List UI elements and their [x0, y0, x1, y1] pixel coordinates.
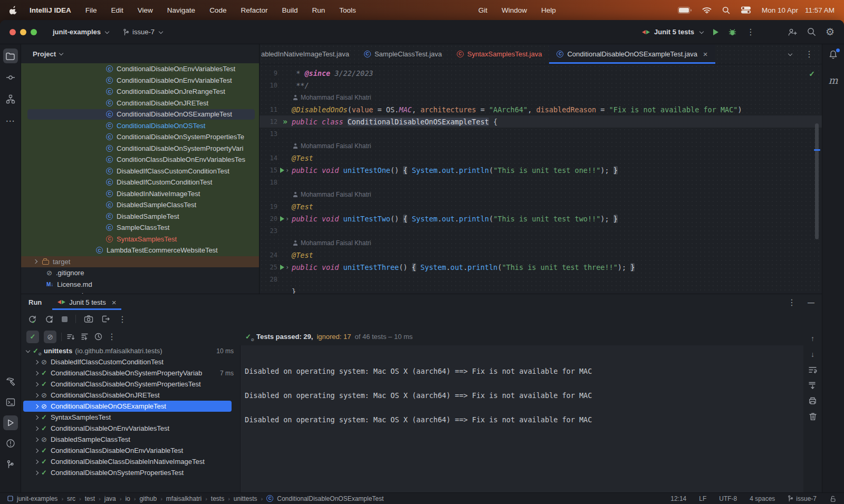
breadcrumb-item[interactable]: test: [85, 495, 95, 502]
menubar-clock[interactable]: Mon 10 Apr 11:57 AM: [762, 6, 835, 14]
chevron-right-icon[interactable]: [33, 259, 37, 264]
chevron-icon[interactable]: [34, 404, 39, 408]
snapshot-icon[interactable]: [84, 315, 93, 323]
code-line[interactable]: 13: [260, 128, 822, 140]
test-tree[interactable]: ✓⊘unittests(io.github.mfaisalkhatri.test…: [21, 345, 240, 492]
version-control-tool-icon[interactable]: [3, 457, 18, 471]
menu-item-view[interactable]: View: [138, 6, 153, 14]
chevron-icon[interactable]: [26, 348, 30, 352]
menu-item-build[interactable]: Build: [282, 6, 298, 14]
scroll-down-icon[interactable]: ↓: [811, 350, 814, 358]
test-tree-item[interactable]: ✓ConditionalDisableOnEnvVariablesTest: [21, 423, 240, 434]
breadcrumb-item[interactable]: tests: [211, 495, 224, 502]
code-line[interactable]: 25›public void unitTestThree() { System.…: [260, 261, 822, 273]
code-editor-area[interactable]: 9 * @since 3/22/202310 **/Mohammad Faisa…: [260, 64, 822, 294]
editor-tab[interactable]: abledInNativeImageTest.java: [260, 44, 357, 64]
menu-item-navigate[interactable]: Navigate: [167, 6, 195, 14]
control-center-icon[interactable]: [741, 6, 751, 14]
history-icon[interactable]: [94, 332, 103, 341]
hide-panel-icon[interactable]: —: [808, 298, 814, 306]
project-tree-item[interactable]: CSampleClassTest: [21, 222, 259, 234]
project-tree-item[interactable]: CDisabledSampleTest: [21, 211, 259, 222]
chevron-icon[interactable]: [34, 371, 39, 375]
breadcrumb-item[interactable]: unittests: [234, 495, 257, 502]
search-icon[interactable]: [807, 27, 816, 36]
test-tree-item[interactable]: ⊘ConditionalClassDisableOnJRETest: [21, 390, 240, 401]
more-icon[interactable]: ⋮: [108, 332, 116, 342]
rerun-icon[interactable]: [28, 315, 37, 324]
settings-gear-icon[interactable]: ⚙: [826, 27, 835, 37]
scroll-up-icon[interactable]: ↑: [811, 334, 814, 343]
code-line[interactable]: 19@Test: [260, 200, 822, 212]
close-tab-icon[interactable]: ×: [703, 50, 708, 58]
run-panel-options-icon[interactable]: ⋮: [788, 297, 796, 307]
chevron-icon[interactable]: [34, 437, 39, 441]
editor-tab[interactable]: CSyntaxSamplesTest.java: [449, 44, 550, 64]
menu-item-refactor[interactable]: Refactor: [241, 6, 267, 14]
close-window-button[interactable]: [9, 29, 16, 35]
project-tree-item[interactable]: CLambdaTestEcommerceWebsiteTest: [21, 245, 259, 256]
run-window-label[interactable]: Run: [28, 294, 42, 310]
run-test-icon[interactable]: ›: [277, 167, 292, 174]
test-tree-item[interactable]: ⊘DisabledSampleClassTest: [21, 434, 240, 445]
project-tree[interactable]: CConditionalDisableOnEnvVariablesTestCCo…: [21, 63, 259, 294]
project-tree-item[interactable]: CDisabledIfClassCustomConditionTest: [21, 166, 259, 177]
code-line[interactable]: 9 * @since 3/22/2023: [260, 67, 822, 79]
breadcrumb-item[interactable]: junit-examples: [17, 495, 57, 502]
indent-setting[interactable]: 4 spaces: [750, 495, 775, 502]
project-tree-item[interactable]: CConditionalDisableOnSystemPropertiesTe: [21, 131, 259, 143]
code-line[interactable]: 12»public class ConditionalDisableOnOSEx…: [260, 115, 822, 128]
print-icon[interactable]: [808, 396, 817, 405]
close-tab-icon[interactable]: ×: [112, 298, 117, 306]
project-tree-item[interactable]: ⊘.gitignore: [21, 267, 259, 279]
breadcrumb-item[interactable]: ConditionalDisableOnOSExampleTest: [277, 495, 383, 502]
chevron-icon[interactable]: [34, 393, 39, 397]
editor-tab[interactable]: CConditionalDisableOnOSExampleTest.java×: [549, 44, 715, 64]
lock-open-icon[interactable]: [829, 495, 837, 502]
project-tree-item[interactable]: CConditionClassDisableOnEnvVariablesTes: [21, 154, 259, 166]
project-tool-icon[interactable]: [3, 49, 18, 63]
menu-item-code[interactable]: Code: [209, 6, 226, 14]
chevron-icon[interactable]: [34, 470, 39, 474]
run-class-icon[interactable]: »: [277, 117, 292, 127]
project-tree-item[interactable]: CDisabledIfCustomConditionTest: [21, 177, 259, 188]
tab-options-icon[interactable]: ⋮: [805, 49, 813, 59]
sort-icon[interactable]: [66, 333, 75, 341]
chevron-icon[interactable]: [34, 459, 39, 463]
code-line[interactable]: 28: [260, 273, 822, 285]
project-selector[interactable]: junit-examples: [53, 28, 109, 36]
branch-selector[interactable]: issue-7: [123, 28, 163, 36]
project-tree-item[interactable]: target: [21, 256, 259, 268]
battery-icon[interactable]: [678, 7, 692, 14]
breadcrumb-item[interactable]: src: [67, 495, 75, 502]
code-line[interactable]: 11@DisabledOnOs(value = OS.MAC, architec…: [260, 103, 822, 115]
run-test-icon[interactable]: ›: [277, 264, 292, 271]
commit-tool-icon[interactable]: [3, 70, 18, 85]
menu-item-help[interactable]: Help: [541, 6, 556, 14]
caret-position[interactable]: 12:14: [670, 495, 686, 502]
apple-menu-icon[interactable]: [9, 6, 17, 15]
test-tree-item[interactable]: ✓ConditionalClassDisableOnSystemProperti…: [21, 379, 240, 390]
editor-scrollbar[interactable]: [815, 123, 819, 239]
breadcrumb-item[interactable]: github: [139, 495, 157, 502]
spotlight-icon[interactable]: [722, 6, 730, 14]
project-tree-item[interactable]: CDisabledSampleClassTest: [21, 199, 259, 211]
test-tree-item[interactable]: ✓ConditionalClassDisableOnEnvVariableTes…: [21, 445, 240, 456]
add-user-icon[interactable]: [788, 28, 798, 36]
run-test-icon[interactable]: ›: [277, 215, 292, 222]
test-tree-item[interactable]: ⊘DisabledIfClassCustomConditionTest: [21, 356, 240, 367]
code-line[interactable]: 15›public void unitTestOne() { System.ou…: [260, 164, 822, 176]
breadcrumb-item[interactable]: java: [104, 495, 116, 502]
code-line[interactable]: 24@Test: [260, 249, 822, 261]
test-tree-item[interactable]: ✓SyntaxSamplesTest: [21, 412, 240, 423]
test-tree-item[interactable]: ✓ConditionalDisableClassDisableInNativeI…: [21, 456, 240, 467]
project-tree-item[interactable]: CConditionalDisableOnJreRangeTest: [21, 86, 259, 98]
project-tree-item[interactable]: CConditionalDisableOnSystemPropertyVari: [21, 143, 259, 154]
menu-item-intellij-idea[interactable]: IntelliJ IDEA: [30, 6, 71, 14]
menu-item-git[interactable]: Git: [478, 6, 487, 14]
code-line[interactable]: 20›public void unitTestTwo() { System.ou…: [260, 212, 822, 225]
menu-item-edit[interactable]: Edit: [111, 6, 123, 14]
code-line[interactable]: 23: [260, 225, 822, 237]
stop-icon[interactable]: [62, 316, 68, 322]
menu-item-tools[interactable]: Tools: [339, 6, 356, 14]
